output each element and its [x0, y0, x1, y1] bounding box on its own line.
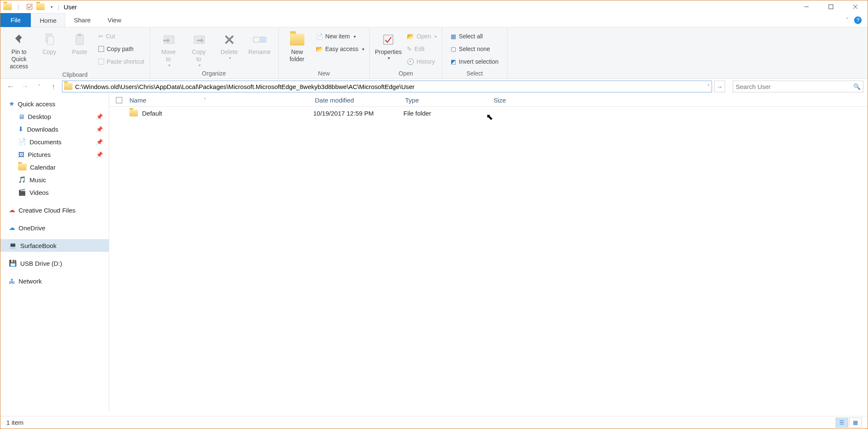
tab-home[interactable]: Home [31, 13, 65, 27]
details-view-button[interactable]: ☰ [836, 418, 848, 428]
collapse-ribbon-icon[interactable]: ˇ [846, 17, 848, 24]
nav-calendar[interactable]: Calendar [0, 161, 109, 173]
tab-file[interactable]: File [0, 13, 31, 27]
address-dropdown-icon[interactable]: ˅ [707, 84, 710, 89]
invert-selection-button[interactable]: ◩Invert selection [449, 55, 500, 68]
select-all-checkbox[interactable] [109, 97, 128, 103]
edit-button[interactable]: ✎Edit [405, 43, 438, 55]
qat-dropdown-icon[interactable]: ▾ [47, 2, 56, 11]
nav-onedrive[interactable]: ☁OneDrive [0, 221, 109, 234]
music-icon: 🎵 [18, 176, 26, 183]
rename-button[interactable]: Rename [245, 30, 275, 56]
nav-videos[interactable]: 🎬Videos [0, 186, 109, 199]
column-header-date[interactable]: Date modified [313, 97, 403, 104]
pictures-icon: 🖼 [18, 151, 24, 158]
nav-pictures[interactable]: 🖼Pictures📌 [0, 148, 109, 161]
copy-icon [43, 32, 55, 48]
recent-locations-button[interactable]: ˅ [33, 81, 45, 92]
easy-access-button[interactable]: 📂Easy access [314, 43, 366, 55]
new-folder-button[interactable]: New folder [282, 30, 312, 63]
group-label-open: Open [370, 69, 442, 78]
address-bar[interactable]: ˅ [62, 81, 712, 92]
nav-quick-access[interactable]: ★Quick access [0, 97, 109, 110]
navigation-pane: ★Quick access 🖥Desktop📌 ⬇Downloads📌 📄Doc… [0, 94, 109, 412]
nav-creative-cloud[interactable]: ☁Creative Cloud Files [0, 204, 109, 216]
open-button[interactable]: 📂Open [405, 30, 438, 43]
select-none-button[interactable]: ▢Select none [449, 43, 500, 55]
pin-icon: 📌 [96, 139, 103, 145]
copy-path-button[interactable]: Copy path [97, 43, 146, 55]
back-button[interactable]: ← [5, 81, 16, 92]
star-icon: ★ [9, 100, 14, 108]
file-date: 10/19/2017 12:59 PM [313, 110, 403, 117]
ribbon-right-controls: ˇ ? [846, 13, 868, 27]
file-row-default[interactable]: Default 10/19/2017 12:59 PM File folder [109, 107, 868, 119]
window-title: User [64, 3, 77, 11]
thumbnails-view-button[interactable]: ▦ [849, 418, 862, 428]
group-label-select: Select [442, 69, 507, 78]
copy-button[interactable]: Copy [34, 30, 64, 56]
tab-share[interactable]: Share [65, 13, 99, 27]
help-icon[interactable]: ? [854, 16, 862, 24]
column-header-type[interactable]: Type [403, 97, 492, 104]
history-button[interactable]: 🕘History [405, 55, 438, 68]
pin-to-quick-access-button[interactable]: Pin to Quick access [4, 30, 34, 70]
copy-to-button[interactable]: Copy to [184, 30, 214, 68]
documents-icon: 📄 [18, 138, 26, 146]
nav-desktop[interactable]: 🖥Desktop📌 [0, 110, 109, 123]
select-none-icon: ▢ [451, 46, 456, 52]
ribbon-group-select: ▦Select all ▢Select none ◩Invert selecti… [442, 27, 507, 78]
move-to-button[interactable]: Move to [153, 30, 184, 68]
nav-downloads[interactable]: ⬇Downloads📌 [0, 123, 109, 135]
properties-qat-icon[interactable] [25, 2, 34, 11]
paste-shortcut-button[interactable]: Paste shortcut [97, 55, 146, 68]
quick-access-toolbar: | ▾ [0, 2, 56, 11]
address-input[interactable] [75, 83, 705, 90]
status-text: 1 item [6, 419, 24, 426]
nav-music[interactable]: 🎵Music [0, 173, 109, 186]
file-name: Default [142, 110, 162, 117]
ribbon-group-new: New folder 📄New item 📂Easy access New [279, 27, 370, 78]
forward-button[interactable]: → [19, 81, 31, 92]
nav-network[interactable]: 🖧Network [0, 275, 109, 287]
pin-icon: 📌 [96, 113, 103, 120]
cut-button[interactable]: ✂Cut [97, 30, 146, 43]
column-header-size[interactable]: Size [492, 97, 551, 104]
search-icon[interactable]: 🔍 [853, 83, 860, 90]
select-all-icon: ▦ [451, 33, 456, 40]
paste-button[interactable]: Paste [64, 30, 95, 56]
nav-surfacebook[interactable]: 💻SurfaceBook [0, 239, 109, 252]
search-input[interactable] [736, 83, 853, 90]
ribbon-group-organize: Move to Copy to Delete Rename Organize [150, 27, 279, 78]
svg-rect-8 [78, 34, 81, 36]
paste-shortcut-icon [98, 59, 104, 65]
new-folder-icon [290, 32, 304, 48]
open-icon: 📂 [407, 33, 414, 40]
ribbon-tabs: File Home Share View ˇ ? [0, 13, 868, 27]
pin-icon [13, 32, 25, 48]
nav-usb-drive[interactable]: 💾USB Drive (D:) [0, 257, 109, 270]
search-box[interactable]: 🔍 [733, 81, 863, 92]
go-button[interactable]: → [714, 81, 725, 92]
new-item-button[interactable]: 📄New item [314, 30, 366, 43]
properties-button[interactable]: Properties [373, 30, 403, 61]
paste-icon [74, 32, 86, 48]
select-all-button[interactable]: ▦Select all [449, 30, 500, 43]
cut-icon: ✂ [98, 33, 103, 40]
close-button[interactable] [843, 0, 868, 13]
pin-icon: 📌 [96, 126, 103, 132]
new-folder-qat-icon[interactable] [36, 2, 45, 11]
videos-icon: 🎬 [18, 189, 26, 196]
move-to-icon [161, 32, 176, 48]
window-controls [794, 0, 868, 13]
delete-button[interactable]: Delete [214, 30, 245, 61]
nav-documents[interactable]: 📄Documents📌 [0, 135, 109, 148]
tab-view[interactable]: View [99, 13, 129, 27]
title-bar: | ▾ | User [0, 0, 868, 13]
new-item-icon: 📄 [316, 33, 323, 40]
up-button[interactable]: ↑ [48, 81, 59, 92]
ribbon-group-clipboard: Pin to Quick access Copy Paste ✂Cut Copy… [0, 27, 150, 78]
maximize-button[interactable] [819, 0, 843, 13]
minimize-button[interactable] [794, 0, 819, 13]
column-header-name[interactable]: Name˄ [128, 97, 313, 104]
